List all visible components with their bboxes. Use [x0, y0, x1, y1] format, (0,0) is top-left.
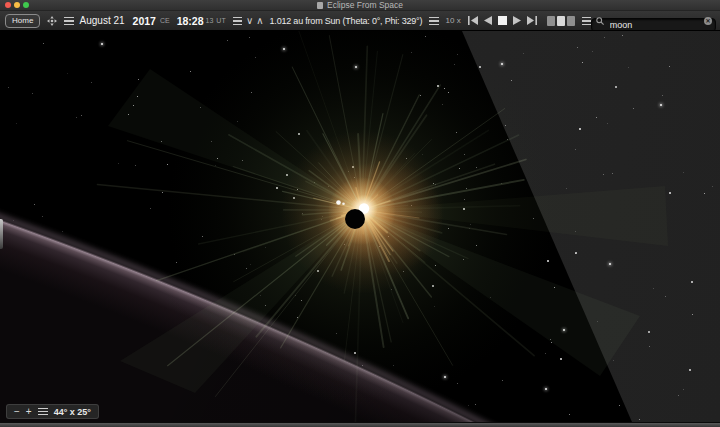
playback-controls — [468, 16, 537, 25]
sun-corona — [97, 31, 668, 422]
home-button[interactable]: Home — [5, 14, 40, 28]
date-menu-icon[interactable] — [64, 17, 73, 25]
era-label: CE — [160, 17, 170, 24]
skip-to-end-button[interactable] — [527, 16, 537, 25]
stop-button[interactable] — [498, 16, 507, 25]
timezone-label: UT — [216, 17, 225, 24]
position-readout: 1.012 au from Sun (Theta: 0°, Phi: 329°) — [270, 16, 423, 26]
moon-disc[interactable] — [345, 209, 365, 229]
app-window: Eclipse From Space Home August 21 2017 C… — [0, 0, 720, 427]
time-display[interactable]: 18:28 — [177, 15, 204, 27]
time-seconds: 13 — [206, 17, 214, 24]
step-down-button[interactable]: ∨ — [246, 15, 253, 26]
bright-star-near-sun — [336, 200, 341, 205]
time-menu-icon[interactable] — [233, 17, 242, 25]
search-menu-icon[interactable] — [582, 17, 591, 25]
year-display[interactable]: 2017 — [133, 15, 156, 27]
left-drawer-handle[interactable] — [0, 219, 3, 249]
date-display[interactable]: August 21 — [80, 15, 125, 26]
skip-to-start-button[interactable] — [468, 16, 478, 25]
fov-readout: 44° x 25° — [54, 407, 91, 417]
play-forward-button[interactable] — [513, 16, 521, 25]
search-icon — [596, 17, 604, 25]
zoom-in-button[interactable]: + — [26, 406, 32, 418]
window-bottom-edge — [0, 422, 720, 427]
time-rate-display[interactable]: 10 x — [446, 16, 461, 25]
search-input[interactable] — [591, 18, 716, 32]
left-panel-icon — [547, 16, 555, 26]
companion-star-near-sun — [342, 203, 345, 206]
window-title: Eclipse From Space — [327, 0, 403, 10]
play-backward-button[interactable] — [484, 16, 492, 25]
step-up-button[interactable]: ∧ — [256, 15, 263, 26]
search-box: ✕ — [591, 14, 716, 28]
center-panel-icon — [557, 16, 565, 26]
sky-viewport[interactable]: − + 44° x 25° — [0, 31, 720, 422]
fov-menu-icon[interactable] — [38, 408, 48, 415]
clear-search-icon[interactable]: ✕ — [704, 17, 712, 25]
document-icon — [317, 2, 323, 9]
navigation-pad-icon[interactable] — [47, 15, 57, 27]
toolbar: Home August 21 2017 CE 18:28 13 UT ∨ ∧ 1… — [0, 11, 720, 31]
titlebar: Eclipse From Space — [0, 0, 720, 11]
rate-menu-icon[interactable] — [429, 17, 438, 25]
right-panel-icon — [567, 16, 575, 26]
eclipse-scene — [0, 31, 720, 422]
zoom-out-button[interactable]: − — [14, 406, 20, 418]
fov-statusbar: − + 44° x 25° — [6, 404, 99, 419]
panel-layout-button[interactable] — [547, 16, 575, 26]
